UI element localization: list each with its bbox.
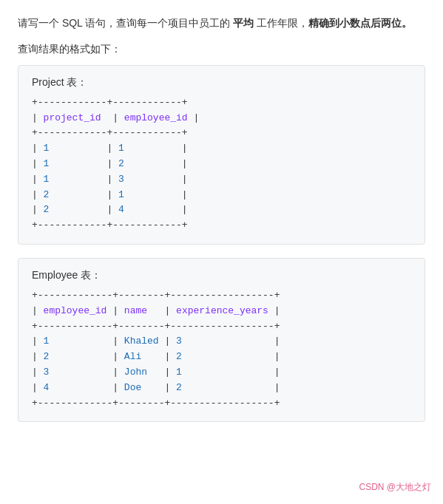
project-row2: | 1 | 2 | (32, 158, 188, 169)
project-header: | project_id | employee_id | (32, 112, 199, 123)
employee-row2: | 2 | Ali | 2 | (32, 351, 280, 362)
employee-sep2: +-------------+--------+----------------… (32, 321, 280, 332)
question-bold1: 平均 (233, 17, 254, 29)
employee-row3: | 3 | John | 1 | (32, 367, 280, 378)
project-row5: | 2 | 4 | (32, 204, 188, 215)
project-row4: | 2 | 1 | (32, 189, 188, 200)
employee-ascii-table: +-------------+--------+----------------… (32, 288, 411, 411)
watermark: CSDN @大地之灯 (359, 481, 431, 494)
employee-header: | employee_id | name | experience_years … (32, 305, 280, 316)
employee-table-section: Employee 表： +-------------+--------+----… (18, 258, 425, 422)
format-label: 查询结果的格式如下： (18, 43, 425, 56)
employee-row4: | 4 | Doe | 2 | (32, 382, 280, 393)
employee-sep3: +-------------+--------+----------------… (32, 398, 280, 409)
employee-row1: | 1 | Khaled | 3 | (32, 336, 280, 347)
question-part2: 工作年限， (254, 17, 308, 29)
project-ascii-table: +------------+------------+ | project_id… (32, 95, 411, 234)
project-table-section: Project 表： +------------+------------+ |… (18, 65, 425, 245)
project-row3: | 1 | 3 | (32, 174, 188, 185)
project-sep2: +------------+------------+ (32, 127, 188, 138)
question-part1: 请写一个 SQL 语句，查询每一个项目中员工的 (18, 17, 233, 29)
project-row1: | 1 | 1 | (32, 143, 188, 154)
project-sep3: +------------+------------+ (32, 219, 188, 231)
employee-sep1: +-------------+--------+----------------… (32, 290, 280, 301)
question-text: 请写一个 SQL 语句，查询每一个项目中员工的 平均 工作年限，精确到小数点后两… (18, 15, 425, 33)
project-sep1: +------------+------------+ (32, 97, 188, 108)
question-bold2: 精确到小数点后两位。 (308, 17, 412, 29)
project-table-title: Project 表： (32, 76, 411, 89)
page-container: 请写一个 SQL 语句，查询每一个项目中员工的 平均 工作年限，精确到小数点后两… (0, 0, 443, 504)
employee-table-title: Employee 表： (32, 269, 411, 282)
